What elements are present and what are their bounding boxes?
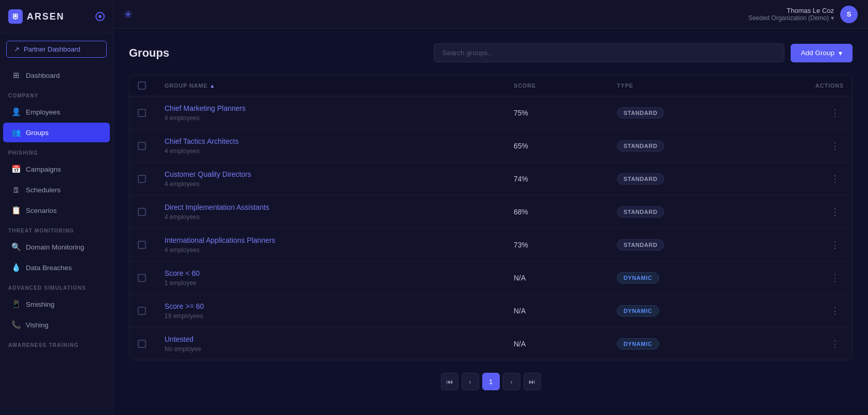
groups-table: GROUP NAME ▲ SCORE TYPE ACTIONS Chief Ma… xyxy=(129,75,853,360)
partner-dashboard-button[interactable]: ↗ Partner Dashboard xyxy=(6,41,107,58)
group-link-8[interactable]: Untested xyxy=(165,335,193,343)
user-info: Thomas Le Coz Seeded Organization (Demo)… xyxy=(748,7,834,22)
next-page-button[interactable]: › xyxy=(503,373,520,390)
sidebar-item-dashboard[interactable]: ⊞ Dashboard xyxy=(3,65,110,85)
group-link-1[interactable]: Chief Marketing Planners xyxy=(165,104,245,112)
row-select-7[interactable] xyxy=(138,307,146,315)
search-input[interactable] xyxy=(434,43,784,62)
row-sub-5: 4 employees xyxy=(165,246,514,254)
row-checkbox-3 xyxy=(138,175,165,183)
sidebar-item-smishing[interactable]: 📱 Smishing xyxy=(3,294,110,314)
topbar: ✳ Thomas Le Coz Seeded Organization (Dem… xyxy=(113,0,868,29)
group-link-7[interactable]: Score >= 60 xyxy=(165,302,204,310)
row-name-5: International Applications Planners 4 em… xyxy=(165,236,514,254)
partner-icon: ↗ xyxy=(14,45,20,53)
row-select-5[interactable] xyxy=(138,241,146,249)
row-more-button-7[interactable]: ⋮ xyxy=(826,304,844,318)
org-name: Seeded Organization (Demo) xyxy=(748,14,829,22)
user-name: Thomas Le Coz xyxy=(748,7,834,14)
row-score-1: 75% xyxy=(514,109,617,117)
row-select-3[interactable] xyxy=(138,175,146,183)
page-1-button[interactable]: 1 xyxy=(482,373,500,390)
row-name-7: Score >= 60 19 employees xyxy=(165,302,514,320)
row-more-button-4[interactable]: ⋮ xyxy=(826,205,844,219)
add-group-button[interactable]: Add Group ▾ xyxy=(791,44,853,62)
type-badge-5: STANDARD xyxy=(617,239,664,251)
data-breaches-icon: 💧 xyxy=(11,263,21,272)
scenarios-icon: 📋 xyxy=(11,206,21,215)
scenarios-label: Scenarios xyxy=(26,207,57,214)
group-link-6[interactable]: Score < 60 xyxy=(165,269,200,277)
schedulers-icon: 🗓 xyxy=(11,185,21,194)
row-select-4[interactable] xyxy=(138,208,146,216)
row-more-button-2[interactable]: ⋮ xyxy=(826,139,844,153)
org-selector[interactable]: Seeded Organization (Demo) ▾ xyxy=(748,14,834,22)
table-header: GROUP NAME ▲ SCORE TYPE ACTIONS xyxy=(129,75,852,96)
row-more-button-6[interactable]: ⋮ xyxy=(826,271,844,285)
sidebar-item-domain-monitoring[interactable]: 🔍 Domain Monitoring xyxy=(3,237,110,257)
smishing-icon: 📱 xyxy=(11,300,21,309)
group-link-5[interactable]: International Applications Planners xyxy=(165,236,275,244)
type-badge-8: DYNAMIC xyxy=(617,338,659,350)
type-badge-3: STANDARD xyxy=(617,173,664,185)
row-select-1[interactable] xyxy=(138,109,146,117)
row-checkbox-1 xyxy=(138,109,165,117)
sidebar-item-employees[interactable]: 👤 Employees xyxy=(3,102,110,122)
header-actions: Add Group ▾ xyxy=(434,43,853,62)
row-more-button-1[interactable]: ⋮ xyxy=(826,106,844,120)
sidebar-item-groups[interactable]: 👥 Groups xyxy=(3,123,110,142)
page-title: Groups xyxy=(129,46,169,60)
prev-page-button[interactable]: ‹ xyxy=(462,373,479,390)
row-score-2: 65% xyxy=(514,142,617,150)
row-more-button-5[interactable]: ⋮ xyxy=(826,238,844,252)
row-name-1: Chief Marketing Planners 4 employees xyxy=(165,104,514,122)
app-name: ARSEN xyxy=(27,11,64,22)
type-badge-7: DYNAMIC xyxy=(617,305,659,317)
row-select-8[interactable] xyxy=(138,340,146,348)
type-badge-4: STANDARD xyxy=(617,206,664,218)
sidebar-item-scenarios[interactable]: 📋 Scenarios xyxy=(3,201,110,220)
row-select-2[interactable] xyxy=(138,142,146,150)
row-select-6[interactable] xyxy=(138,274,146,282)
vishing-icon: 📞 xyxy=(11,320,21,329)
employees-label: Employees xyxy=(26,108,60,116)
partner-btn-label: Partner Dashboard xyxy=(24,45,80,53)
group-link-3[interactable]: Customer Quality Directors xyxy=(165,170,251,178)
table-row: Chief Tactics Architects 4 employees 65%… xyxy=(129,129,852,162)
page-header: Groups Add Group ▾ xyxy=(129,43,853,62)
sidebar-item-vishing[interactable]: 📞 Vishing xyxy=(3,315,110,335)
row-actions-7: ⋮ xyxy=(751,304,844,318)
last-page-button[interactable]: ⏭ xyxy=(523,373,541,390)
sidebar-item-schedulers[interactable]: 🗓 Schedulers xyxy=(3,180,110,200)
group-link-2[interactable]: Chief Tactics Architects xyxy=(165,137,239,145)
type-badge-2: STANDARD xyxy=(617,140,664,152)
row-actions-8: ⋮ xyxy=(751,337,844,351)
row-score-3: 74% xyxy=(514,175,617,183)
page-content: Groups Add Group ▾ GROUP NAME ▲ SCORE xyxy=(113,29,868,415)
type-badge-1: STANDARD xyxy=(617,107,664,119)
row-more-button-3[interactable]: ⋮ xyxy=(826,172,844,186)
row-name-4: Direct Implementation Assistants 4 emplo… xyxy=(165,203,514,221)
pagination: ⏮ ‹ 1 › ⏭ xyxy=(129,360,853,394)
avatar: S xyxy=(840,6,858,23)
groups-icon: 👥 xyxy=(11,128,21,137)
logo-area: ⛨ ARSEN xyxy=(0,0,113,34)
group-link-4[interactable]: Direct Implementation Assistants xyxy=(165,203,269,211)
th-type: TYPE xyxy=(617,81,751,90)
chevron-down-icon: ▾ xyxy=(831,14,834,22)
campaigns-label: Campaigns xyxy=(26,165,61,173)
sidebar-item-data-breaches[interactable]: 💧 Data Breaches xyxy=(3,258,110,277)
select-all-checkbox[interactable] xyxy=(138,81,146,90)
vishing-label: Vishing xyxy=(26,321,48,329)
topbar-right: Thomas Le Coz Seeded Organization (Demo)… xyxy=(748,6,858,23)
section-awareness-training: AWARENESS TRAINING xyxy=(0,335,113,351)
sidebar-item-campaigns[interactable]: 📅 Campaigns xyxy=(3,159,110,179)
main-content: ✳ Thomas Le Coz Seeded Organization (Dem… xyxy=(113,0,868,415)
groups-label: Groups xyxy=(26,129,48,137)
row-more-button-8[interactable]: ⋮ xyxy=(826,337,844,351)
first-page-button[interactable]: ⏮ xyxy=(441,373,458,390)
row-actions-6: ⋮ xyxy=(751,271,844,285)
row-checkbox-2 xyxy=(138,142,165,150)
sidebar: ⛨ ARSEN ↗ Partner Dashboard ⊞ Dashboard … xyxy=(0,0,113,415)
table-row: Score >= 60 19 employees N/A DYNAMIC ⋮ xyxy=(129,294,852,327)
